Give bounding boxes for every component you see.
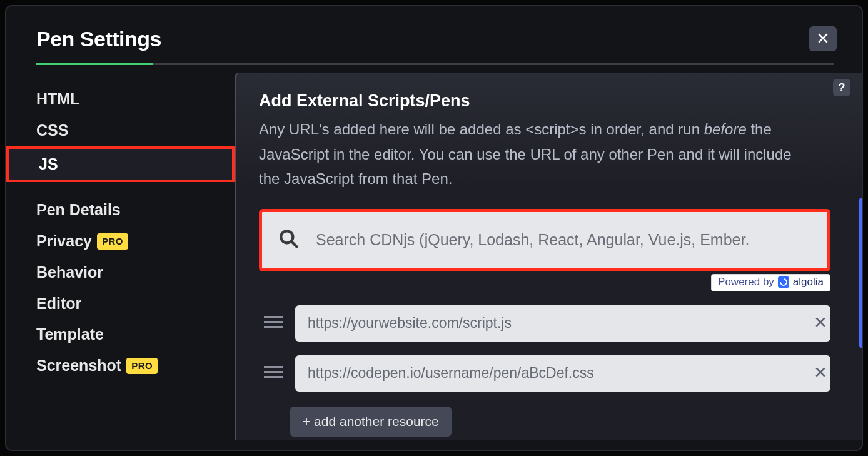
algolia-text: algolia xyxy=(793,276,824,288)
sidebar-item-label: JS xyxy=(39,154,58,175)
powered-by-row: Powered by algolia xyxy=(259,274,830,291)
dialog-body: HTML CSS JS Pen Details Privacy PRO Beha… xyxy=(6,65,862,440)
remove-resource-button[interactable] xyxy=(810,313,830,333)
external-resource-list xyxy=(259,305,830,392)
sidebar-item-label: HTML xyxy=(36,89,79,110)
svg-rect-9 xyxy=(264,366,283,368)
sidebar-item-screenshot[interactable]: Screenshot PRO xyxy=(6,350,235,382)
svg-rect-4 xyxy=(264,316,283,318)
resource-row xyxy=(264,305,830,342)
pen-settings-dialog: Pen Settings HTML CSS JS Pen Details Pr xyxy=(5,5,863,451)
svg-point-2 xyxy=(281,231,293,243)
main-scroll[interactable]: ? Add External Scripts/Pens Any URL's ad… xyxy=(235,73,862,440)
close-icon xyxy=(814,316,827,331)
close-button[interactable] xyxy=(809,26,837,51)
resource-row xyxy=(264,355,830,392)
svg-line-3 xyxy=(291,241,298,248)
svg-rect-6 xyxy=(264,326,283,328)
title-underline xyxy=(36,63,834,65)
sidebar-item-js[interactable]: JS xyxy=(6,146,235,183)
search-icon xyxy=(278,228,301,252)
pro-badge: PRO xyxy=(97,233,128,250)
sidebar-divider xyxy=(6,182,235,195)
algolia-logo-icon xyxy=(778,276,789,288)
help-button[interactable]: ? xyxy=(833,79,850,96)
close-icon xyxy=(817,32,829,46)
desc-emphasis: before xyxy=(704,121,747,138)
svg-rect-10 xyxy=(264,371,283,373)
sidebar: HTML CSS JS Pen Details Privacy PRO Beha… xyxy=(6,65,235,440)
resource-url-input[interactable] xyxy=(295,305,830,342)
sidebar-item-label: CSS xyxy=(36,120,68,141)
section-title: Add External Scripts/Pens xyxy=(259,91,830,111)
sidebar-item-label: Editor xyxy=(36,293,81,315)
help-icon: ? xyxy=(839,81,845,94)
cdn-search-box xyxy=(259,209,830,271)
sidebar-item-label: Template xyxy=(36,324,104,345)
sidebar-item-html[interactable]: HTML xyxy=(6,84,235,115)
sidebar-item-label: Pen Details xyxy=(36,200,121,221)
pro-badge: PRO xyxy=(126,358,158,374)
drag-handle-icon[interactable] xyxy=(264,365,285,382)
svg-rect-11 xyxy=(264,376,283,378)
desc-text: Any URL's added here will be added as <s… xyxy=(259,121,704,138)
remove-resource-button[interactable] xyxy=(810,363,830,383)
main-panel: ? Add External Scripts/Pens Any URL's ad… xyxy=(235,73,862,440)
sidebar-item-css[interactable]: CSS xyxy=(6,115,235,146)
powered-by-text: Powered by xyxy=(718,276,774,288)
resource-url-input[interactable] xyxy=(295,355,830,392)
dialog-title: Pen Settings xyxy=(36,27,161,51)
svg-rect-5 xyxy=(264,321,283,323)
close-icon xyxy=(814,366,827,381)
sidebar-item-label: Behavior xyxy=(36,262,103,283)
sidebar-item-label: Screenshot xyxy=(36,355,121,377)
sidebar-item-privacy[interactable]: Privacy PRO xyxy=(6,226,235,257)
add-resource-button[interactable]: + add another resource xyxy=(290,407,452,437)
section-description: Any URL's added here will be added as <s… xyxy=(259,117,803,191)
dialog-header: Pen Settings xyxy=(6,6,862,51)
sidebar-item-pen-details[interactable]: Pen Details xyxy=(6,195,235,226)
scrollbar-thumb[interactable] xyxy=(859,198,862,348)
sidebar-item-label: Privacy xyxy=(36,231,92,252)
sidebar-item-template[interactable]: Template xyxy=(6,319,235,350)
sidebar-item-editor[interactable]: Editor xyxy=(6,288,235,320)
sidebar-item-behavior[interactable]: Behavior xyxy=(6,257,235,288)
cdn-search-input[interactable] xyxy=(316,231,816,249)
drag-handle-icon[interactable] xyxy=(264,315,285,332)
powered-by-algolia-link[interactable]: Powered by algolia xyxy=(711,274,830,291)
